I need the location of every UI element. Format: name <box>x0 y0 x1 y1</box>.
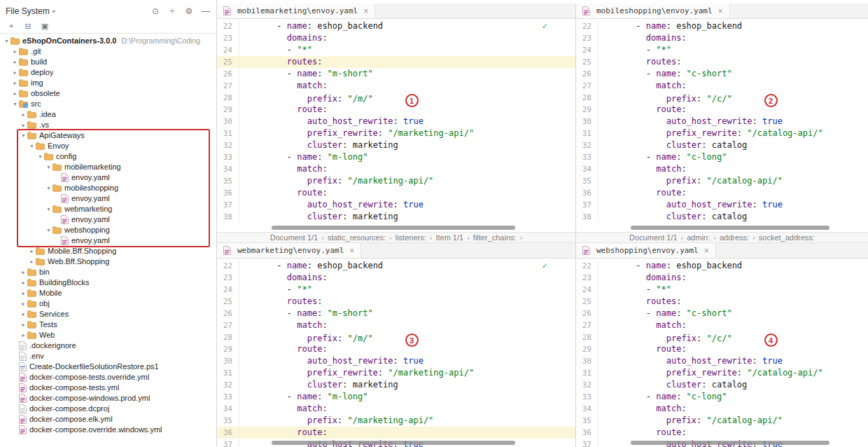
line-number[interactable]: 22 <box>217 20 239 32</box>
line-number[interactable]: 25 <box>217 296 239 308</box>
line-number[interactable]: 27 <box>217 80 239 92</box>
code-line[interactable]: 36 route: <box>217 187 575 199</box>
line-number[interactable]: 29 <box>217 104 239 116</box>
tree-item-src[interactable]: ▾src <box>0 99 216 109</box>
breadcrumb-item[interactable]: filter_chains: <box>473 233 517 242</box>
line-number[interactable]: 33 <box>576 391 598 403</box>
breadcrumb-item[interactable]: admin: <box>687 233 710 242</box>
line-number[interactable]: 29 <box>576 343 598 355</box>
code-line[interactable]: 27 match: <box>576 80 868 92</box>
code-line[interactable]: 27 match: <box>217 80 575 92</box>
line-number[interactable]: 33 <box>576 151 598 163</box>
show-panel-icon[interactable]: ▣ <box>40 22 50 31</box>
chevron-expanded-icon[interactable]: ▾ <box>36 151 44 162</box>
code-line[interactable]: 30 auto_host_rewrite: true <box>576 355 868 367</box>
line-number[interactable]: 37 <box>217 199 239 211</box>
code-line[interactable]: 32 cluster: catalog <box>576 139 868 151</box>
tree-item-mobilemarketing[interactable]: ▾mobilemarketing <box>0 162 216 172</box>
code-line[interactable]: 24 - "*" <box>217 284 575 296</box>
line-number[interactable]: 33 <box>217 151 239 163</box>
code-editor[interactable]: ✓22 - name: eshop_backend23 domains:24 -… <box>217 19 575 232</box>
code-line[interactable]: 28 prefix: "/m/"3 <box>217 331 575 343</box>
code-line[interactable]: 22 - name: eshop_backend <box>576 260 868 272</box>
code-line[interactable]: 32 cluster: marketing <box>217 379 575 391</box>
chevron-collapsed-icon[interactable]: ▸ <box>20 309 27 319</box>
settings-icon[interactable]: ⚙ <box>184 6 194 16</box>
tool-window-title[interactable]: File System ▾ <box>6 6 55 16</box>
line-number[interactable]: 25 <box>576 56 598 68</box>
line-number[interactable]: 35 <box>576 175 598 187</box>
line-number[interactable]: 27 <box>576 319 598 331</box>
chevron-collapsed-icon[interactable]: ▸ <box>20 319 27 330</box>
chevron-collapsed-icon[interactable]: ▸ <box>20 288 27 298</box>
code-editor[interactable]: 22 - name: eshop_backend23 domains:24 - … <box>576 19 868 232</box>
line-number[interactable]: 28 <box>217 331 239 343</box>
tree-item-envoy.yaml[interactable]: envoy.yaml <box>0 172 216 183</box>
line-number[interactable]: 26 <box>217 308 239 319</box>
code-line[interactable]: 26 - name: "m-short" <box>217 308 575 319</box>
line-number[interactable]: 32 <box>217 379 239 391</box>
chevron-collapsed-icon[interactable]: ▸ <box>20 267 27 277</box>
breadcrumb-item[interactable]: Document 1/1 <box>270 233 318 242</box>
chevron-collapsed-icon[interactable]: ▸ <box>20 298 27 309</box>
close-icon[interactable]: × <box>704 246 709 256</box>
tree-item-build[interactable]: ▸build <box>0 57 216 67</box>
tree-item-envoy.yaml[interactable]: envoy.yaml <box>0 193 216 204</box>
code-line[interactable]: 27 match: <box>217 319 575 331</box>
breadcrumb-item[interactable]: Document 1/1 <box>629 233 677 242</box>
editor-tab[interactable]: webmarketing\envoy.yaml× <box>217 243 361 258</box>
breadcrumb-item[interactable]: address: <box>720 233 749 242</box>
editor-tab[interactable]: webshopping\envoy.yaml× <box>576 243 716 258</box>
code-line[interactable]: 29 route: <box>576 343 868 355</box>
sort-icon[interactable]: ÷ <box>167 6 177 16</box>
code-line[interactable]: 25 routes: <box>576 296 868 308</box>
horizontal-scrollbar[interactable] <box>631 226 830 230</box>
close-icon[interactable]: × <box>363 6 368 16</box>
code-line[interactable]: 24 - "*" <box>217 44 575 56</box>
tree-item-.git[interactable]: ▸.git <box>0 46 216 57</box>
tree-item-webmarketing[interactable]: ▾webmarketing <box>0 204 216 214</box>
code-line[interactable]: 31 prefix_rewrite: "/catalog-api/" <box>576 128 868 139</box>
tree-item-docker-compose-tests.yml[interactable]: docker-compose-tests.yml <box>0 383 216 393</box>
line-number[interactable]: 24 <box>576 44 598 56</box>
code-line[interactable]: 36 route: <box>576 187 868 199</box>
hide-icon[interactable]: — <box>201 6 211 16</box>
line-number[interactable]: 30 <box>576 116 598 128</box>
code-line[interactable]: 33 - name: "c-long" <box>576 151 868 163</box>
code-line[interactable]: 33 - name: "m-long" <box>217 391 575 403</box>
line-number[interactable]: 34 <box>576 163 598 175</box>
chevron-collapsed-icon[interactable]: ▸ <box>28 256 36 267</box>
chevron-collapsed-icon[interactable]: ▸ <box>11 57 19 67</box>
code-line[interactable]: 31 prefix_rewrite: "/marketing-api/" <box>217 128 575 139</box>
editor-tab[interactable]: mobileshopping\envoy.yaml× <box>576 4 730 18</box>
chevron-expanded-icon[interactable]: ▾ <box>20 130 27 141</box>
tree-item-docker-compose.elk.yml[interactable]: docker-compose.elk.yml <box>0 414 216 425</box>
code-line[interactable]: 23 domains: <box>576 272 868 284</box>
code-line[interactable]: 34 match: <box>576 163 868 175</box>
line-number[interactable]: 31 <box>217 128 239 139</box>
line-number[interactable]: 32 <box>217 139 239 151</box>
code-line[interactable]: 38 cluster: marketing <box>217 211 575 223</box>
line-number[interactable]: 27 <box>217 319 239 331</box>
tree-item-mobileshopping[interactable]: ▾mobileshopping <box>0 183 216 193</box>
chevron-collapsed-icon[interactable]: ▸ <box>28 246 36 256</box>
code-line[interactable]: 31 prefix_rewrite: "/catalog-api/" <box>576 367 868 379</box>
code-line[interactable]: 29 route: <box>217 104 575 116</box>
code-line[interactable]: 35 prefix: "/marketing-api/" <box>217 415 575 427</box>
line-number[interactable]: 30 <box>576 355 598 367</box>
tree-item-.dockerignore[interactable]: .dockerignore <box>0 341 216 351</box>
editor-tab[interactable]: mobilemarketing\envoy.yaml× <box>217 4 375 18</box>
code-line[interactable]: 28 prefix: "/c/"2 <box>576 92 868 104</box>
collapse-all-icon[interactable]: ⊟ <box>23 22 33 31</box>
line-number[interactable]: 23 <box>217 272 239 284</box>
line-number[interactable]: 26 <box>576 308 598 319</box>
line-number[interactable]: 24 <box>217 284 239 296</box>
chevron-expanded-icon[interactable]: ▾ <box>11 99 19 109</box>
code-line[interactable]: 25 routes: <box>217 56 575 68</box>
tree-item-obsolete[interactable]: ▸obsolete <box>0 88 216 99</box>
tree-item-envoy[interactable]: ▾Envoy <box>0 141 216 151</box>
line-number[interactable]: 38 <box>576 211 598 223</box>
locate-icon[interactable]: ⊙ <box>150 6 160 16</box>
line-number[interactable]: 37 <box>576 199 598 211</box>
line-number[interactable]: 26 <box>217 68 239 80</box>
